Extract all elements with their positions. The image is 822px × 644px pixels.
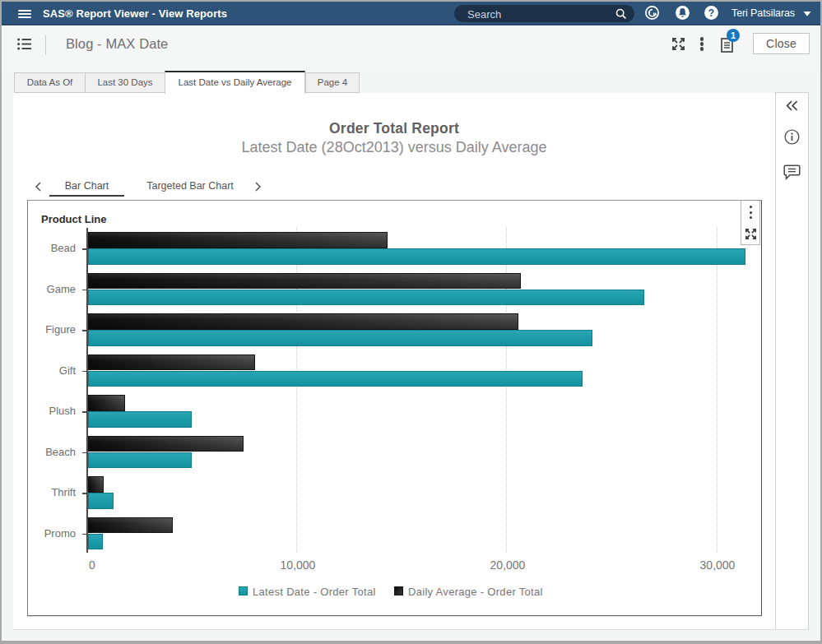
svg-text:?: ?	[708, 7, 713, 19]
